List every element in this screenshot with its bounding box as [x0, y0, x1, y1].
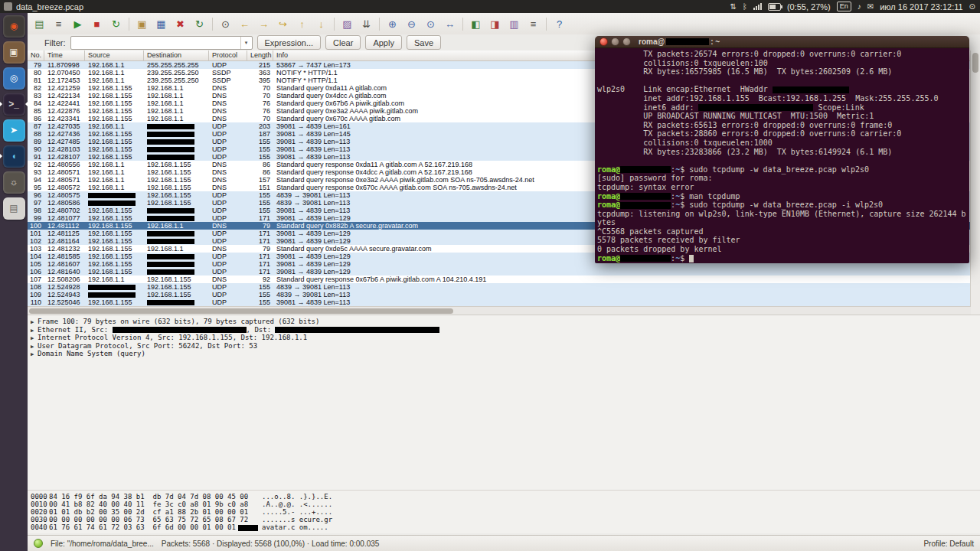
detail-row[interactable]: ▶Internet Protocol Version 4, Src: 192.1…: [28, 334, 980, 342]
preferences-button[interactable]: ≡: [524, 15, 542, 33]
status-profile[interactable]: Profile: Default: [923, 540, 974, 548]
terminal-body[interactable]: TX packets:26574 errors:0 dropped:0 over…: [595, 48, 969, 263]
launcher-item-dash-home[interactable]: ◉: [0, 13, 28, 39]
apply-button[interactable]: Apply: [365, 35, 402, 50]
packet-cell-len: 155: [247, 138, 273, 145]
coloring-rules-button[interactable]: ▥: [505, 15, 523, 33]
maximize-button[interactable]: [622, 37, 631, 46]
capture-filters-button[interactable]: ◧: [467, 15, 485, 33]
terminal-line: 5578 packets received by filter: [597, 236, 967, 245]
packet-cell-proto: UDP: [209, 253, 247, 260]
bluetooth-icon[interactable]: ᛒ: [743, 3, 747, 11]
terminal-line: RX bytes:23283866 (23.2 MB) TX bytes:614…: [597, 148, 967, 157]
list-interfaces-button[interactable]: ▤: [31, 15, 48, 33]
redacted-value: [773, 86, 849, 93]
column-protocol[interactable]: Protocol: [209, 51, 247, 61]
launcher-item-browser[interactable]: ◎: [0, 65, 28, 91]
toolbar-separator: [546, 18, 547, 31]
filter-combo[interactable]: ▾: [70, 36, 253, 50]
detail-row[interactable]: ▶Frame 100: 79 bytes on wire (632 bits),…: [28, 318, 980, 326]
redacted-value: [275, 327, 439, 333]
go-forward-button[interactable]: →: [255, 15, 273, 33]
restart-capture-button[interactable]: ↻: [107, 15, 125, 33]
packet-row[interactable]: 10812.524928192.168.1.155UDP1554839 → 39…: [28, 283, 971, 291]
open-file-button[interactable]: ▣: [133, 15, 151, 33]
vertical-scrollbar[interactable]: [970, 51, 980, 315]
launcher-item-telegram[interactable]: ➤: [0, 117, 28, 143]
keyboard-indicator[interactable]: En: [837, 2, 851, 11]
go-back-button[interactable]: ←: [236, 15, 253, 33]
packet-cell-dst: [144, 153, 209, 161]
terminal-line: RX bytes:16575985 (16.5 MB) TX bytes:260…: [597, 67, 967, 77]
column-time[interactable]: Time: [44, 51, 85, 61]
redacted-value: [147, 147, 194, 152]
zoom-normal-button[interactable]: ⊙: [422, 15, 439, 33]
find-packet-button[interactable]: ⊙: [217, 15, 234, 33]
scrollbar-thumb[interactable]: [972, 53, 978, 73]
go-to-packet-button[interactable]: ↪: [274, 15, 292, 33]
detail-row[interactable]: ▶Ethernet II, Src: , Dst:: [28, 326, 980, 334]
help-button[interactable]: ?: [550, 15, 568, 33]
column-no[interactable]: No.: [28, 51, 44, 61]
packet-cell-no: 98: [28, 207, 44, 214]
packet-cell-no: 81: [28, 77, 44, 84]
close-button[interactable]: [599, 37, 608, 46]
redacted-value: [620, 166, 671, 173]
save-file-button[interactable]: ▦: [152, 15, 170, 33]
minimize-button[interactable]: [611, 37, 619, 46]
capture-options-button[interactable]: ≡: [50, 15, 67, 33]
messages-icon[interactable]: ✉: [867, 3, 874, 11]
start-capture-button[interactable]: ▶: [69, 15, 87, 33]
packet-row[interactable]: 10912.524943192.168.1.155UDP1554839 → 39…: [28, 291, 971, 298]
auto-scroll-icon: ⇊: [362, 19, 371, 29]
terminal-text: RX bytes:16575985 (16.5 MB) TX bytes:260…: [597, 67, 892, 76]
go-last-button[interactable]: ↓: [312, 15, 330, 33]
filter-dropdown-icon[interactable]: ▾: [240, 37, 252, 49]
expression-button[interactable]: Expression...: [257, 35, 322, 50]
launcher-item-terminal[interactable]: >_: [0, 91, 28, 117]
terminal-titlebar[interactable]: roma@ : ~: [595, 36, 969, 48]
battery-icon[interactable]: [768, 3, 781, 11]
filter-input[interactable]: [71, 38, 240, 47]
detail-row[interactable]: ▶Domain Name System (query): [28, 350, 980, 358]
resize-columns-button[interactable]: ↔: [441, 15, 459, 33]
packet-cell-len: 171: [247, 268, 273, 276]
packet-cell-src: [85, 191, 144, 199]
clock-label[interactable]: июл 16 2017 23:12:11: [880, 2, 962, 11]
auto-scroll-button[interactable]: ⇊: [358, 15, 375, 33]
save-button[interactable]: Save: [407, 35, 441, 50]
stop-capture-button[interactable]: ■: [88, 15, 106, 33]
display-filters-button[interactable]: ◨: [486, 15, 504, 33]
redacted-value: [147, 124, 194, 129]
launcher-item-files[interactable]: ▣: [0, 39, 28, 65]
launcher-item-text-editor[interactable]: ▤: [0, 195, 28, 221]
column-source[interactable]: Source: [85, 51, 144, 61]
scrollbar-thumb[interactable]: [29, 308, 453, 314]
clear-button[interactable]: Clear: [325, 35, 361, 50]
detail-row[interactable]: ▶User Datagram Protocol, Src Port: 56242…: [28, 342, 980, 350]
reload-file-button[interactable]: ↻: [191, 15, 208, 33]
packet-row[interactable]: 11012.525046192.168.1.155UDP15539081 → 4…: [28, 298, 971, 306]
hex-ascii: avatar.c om.....: [262, 523, 328, 531]
sync-icon[interactable]: ⇅: [730, 3, 736, 11]
power-icon[interactable]: ⊙: [969, 3, 975, 11]
running-indicator: [0, 102, 2, 106]
colorize-button[interactable]: ▨: [338, 15, 356, 33]
volume-icon[interactable]: ♪: [858, 3, 861, 11]
packet-row[interactable]: 10612.481640192.168.1.155UDP17139081 → 4…: [28, 268, 971, 276]
battery-label[interactable]: (0:55, 27%): [787, 2, 831, 11]
launcher-item-wireshark[interactable]: ◖: [0, 143, 28, 169]
go-first-button[interactable]: ↑: [293, 15, 311, 33]
launcher-item-system-settings[interactable]: ☼: [0, 169, 28, 195]
packet-cell-src: 192.168.1.1: [85, 69, 144, 77]
go-first-icon: ↑: [299, 19, 305, 29]
column-destination[interactable]: Destination: [144, 51, 209, 61]
hex-offset: 0040: [31, 523, 49, 531]
packet-row[interactable]: 10712.508206192.168.1.1192.168.1.155DNS9…: [28, 276, 971, 283]
column-length[interactable]: Length: [247, 51, 273, 61]
close-file-button[interactable]: ✖: [172, 15, 189, 33]
zoom-out-button[interactable]: ⊖: [403, 15, 420, 33]
network-icon[interactable]: [753, 3, 762, 10]
zoom-in-button[interactable]: ⊕: [384, 15, 401, 33]
expert-info-icon[interactable]: [34, 539, 43, 548]
